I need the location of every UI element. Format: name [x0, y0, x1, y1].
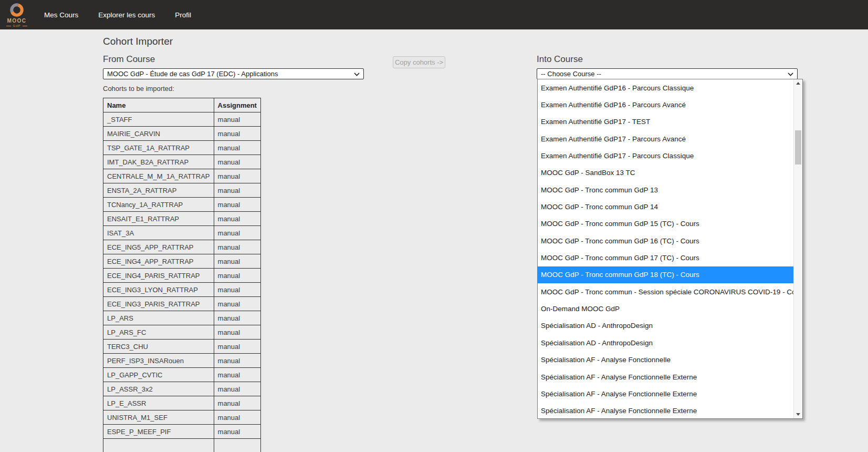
course-option[interactable]: MOOC GdP - SandBox 13 TC — [538, 165, 793, 181]
into-course-selected-value: -- Choose Course -- — [541, 70, 786, 78]
table-row: IMT_DAK_B2A_RATTRAP manual — [103, 155, 261, 169]
course-option[interactable]: MOOC GdP - Tronc commun GdP 16 (TC) - Co… — [538, 232, 793, 249]
course-option[interactable]: Spécialisation AF - Analyse Fonctionnell… — [538, 403, 793, 418]
course-option[interactable]: Examen Authentifié GdP17 - Parcours Avan… — [538, 130, 793, 147]
cohort-assignment-cell: manual — [214, 269, 260, 283]
cohort-name-cell: LP_ARS — [103, 311, 214, 325]
table-row: ESPE_P_MEEF_PIF manual — [103, 425, 261, 439]
cohort-assignment-cell: manual — [214, 254, 260, 269]
chevron-down-icon — [354, 70, 360, 78]
course-option[interactable]: MOOC GdP - Tronc commun GdP 15 (TC) - Co… — [538, 215, 793, 232]
dropdown-scrollbar[interactable] — [793, 79, 802, 418]
course-option[interactable]: Spécialisation AD - AnthropoDesign — [538, 334, 793, 351]
cohorts-to-import-label: Cohorts to be imported: — [103, 85, 174, 93]
brand: MOOC GdP — [0, 0, 34, 29]
cohort-name-cell: TERC3_CHU — [103, 340, 214, 354]
cohorts-table: Name Assignment _STAFF manual MAIRIE_CAR… — [103, 98, 261, 452]
cohort-assignment-cell: manual — [214, 141, 260, 155]
cohort-name-cell: ECE_ING4_PARIS_RATTRAP — [103, 269, 214, 283]
table-row: ECE_ING4_PARIS_RATTRAP manual — [103, 269, 261, 283]
cohort-assignment-cell: manual — [214, 155, 260, 169]
table-row: LP_GAPP_CVTIC manual — [103, 368, 261, 382]
cohort-assignment-cell: manual — [214, 127, 260, 141]
course-dropdown-list: Examen Authentifié GdP16 - Parcours Clas… — [537, 79, 803, 419]
cohort-name-cell: ECE_ING3_LYON_RATTRAP — [103, 283, 214, 297]
table-row: ENSTA_2A_RATTRAP manual — [103, 183, 261, 198]
table-row: TERC3_CHU manual — [103, 340, 261, 354]
course-option[interactable]: Spécialisation AF - Analyse Fonctionnell… — [538, 352, 793, 368]
table-row: LP_ARS manual — [103, 311, 261, 325]
table-row: ECE_ING3_LYON_RATTRAP manual — [103, 283, 261, 297]
from-course-heading: From Course — [103, 54, 155, 65]
scroll-up-icon[interactable] — [794, 79, 802, 87]
scroll-thumb[interactable] — [795, 130, 801, 165]
cohort-name-cell: ISAT_3A — [103, 226, 214, 240]
cohort-assignment-cell: manual — [214, 240, 260, 254]
nav-links: Mes Cours Explorer les cours Profil — [44, 11, 191, 19]
course-option[interactable]: MOOC GdP - Tronc commun GdP 14 — [538, 198, 793, 215]
nav-item-explorer-les-cours[interactable]: Explorer les cours — [98, 11, 155, 19]
cohort-assignment-cell: manual — [214, 425, 260, 439]
course-option[interactable]: Examen Authentifié GdP16 - Parcours Clas… — [538, 79, 793, 96]
course-option[interactable]: MOOC GdP - Tronc commun GdP 17 (TC) - Co… — [538, 249, 793, 266]
cohort-name-cell: ENSTA_2A_RATTRAP — [103, 183, 214, 198]
cohort-name-cell: PERF_ISP3_INSARouen — [103, 354, 214, 368]
cohort-name-cell: CENTRALE_M_M_1A_RATTRAP — [103, 169, 214, 183]
cohort-assignment-cell: manual — [214, 183, 260, 198]
from-course-select[interactable]: MOOC GdP - Étude de cas GdP 17 (EDC) - A… — [103, 68, 364, 79]
cohort-assignment-cell: manual — [214, 311, 260, 325]
nav-item-profil[interactable]: Profil — [175, 11, 191, 19]
column-header-assignment: Assignment — [214, 98, 260, 112]
table-row: _STAFF manual — [103, 112, 261, 127]
table-row: PERF_ISP3_INSARouen manual — [103, 354, 261, 368]
course-option[interactable]: MOOC GdP - Tronc commun - Session spécia… — [538, 283, 793, 300]
table-row: LP_ARS_FC manual — [103, 325, 261, 340]
course-option[interactable]: Examen Authentifié GdP17 - Parcours Clas… — [538, 147, 793, 164]
course-option[interactable]: Spécialisation AF - Analyse Fonctionnell… — [538, 385, 793, 402]
chevron-down-icon — [788, 70, 793, 78]
cohort-name-cell: _STAFF — [103, 112, 214, 127]
cohort-assignment-cell: manual — [214, 368, 260, 382]
from-course-selected-value: MOOC GdP - Étude de cas GdP 17 (EDC) - A… — [107, 70, 352, 78]
cohort-name-cell: TCNancy_1A_RATTRAP — [103, 198, 214, 212]
cohort-assignment-cell: manual — [214, 112, 260, 127]
into-course-heading: Into Course — [537, 54, 583, 65]
cohort-assignment-cell: manual — [214, 382, 260, 396]
table-row: ECE_ING3_PARIS_RATTRAP manual — [103, 297, 261, 311]
cohort-assignment-cell: manual — [214, 297, 260, 311]
cohort-assignment-cell: manual — [214, 340, 260, 354]
cohort-assignment-cell: manual — [214, 212, 260, 226]
cohort-assignment-cell: manual — [214, 283, 260, 297]
cohort-name-cell: ECE_ING5_APP_RATTRAP — [103, 240, 214, 254]
cohort-name-cell: LP_GAPP_CVTIC — [103, 368, 214, 382]
cohort-name-cell: LP_ASSR_3x2 — [103, 382, 214, 396]
cohort-name-cell: ECE_ING4_APP_RATTRAP — [103, 254, 214, 269]
table-row-partial — [103, 439, 261, 452]
course-option[interactable]: Spécialisation AF - Analyse Fonctionnell… — [538, 368, 793, 385]
brand-subtitle: GdP — [6, 24, 27, 27]
course-option[interactable]: MOOC GdP - Tronc commun GdP 18 (TC) - Co… — [538, 266, 793, 283]
copy-cohorts-button[interactable]: Copy cohorts -> — [393, 56, 445, 68]
course-option[interactable]: Spécialisation AD - AnthropoDesign — [538, 317, 793, 334]
table-row: TSP_GATE_1A_RATTRAP manual — [103, 141, 261, 155]
cohort-assignment-cell: manual — [214, 226, 260, 240]
cohort-name-cell: TSP_GATE_1A_RATTRAP — [103, 141, 214, 155]
table-header-row: Name Assignment — [103, 98, 261, 112]
course-option[interactable]: Examen Authentifié GdP17 - TEST — [538, 114, 793, 130]
table-row: MAIRIE_CARVIN manual — [103, 127, 261, 141]
top-navbar: MOOC GdP Mes Cours Explorer les cours Pr… — [0, 0, 868, 29]
nav-item-mes-cours[interactable]: Mes Cours — [44, 11, 78, 19]
column-header-name: Name — [103, 98, 214, 112]
cohort-name-cell: LP_ARS_FC — [103, 325, 214, 340]
cohort-name-cell: ECE_ING3_PARIS_RATTRAP — [103, 297, 214, 311]
table-row: LP_E_ASSR manual — [103, 396, 261, 410]
course-options: Examen Authentifié GdP16 - Parcours Clas… — [538, 79, 793, 418]
scroll-down-icon[interactable] — [794, 410, 802, 418]
cohort-name-cell: UNISTRA_M1_SEF — [103, 410, 214, 425]
course-option[interactable]: Examen Authentifié GdP16 - Parcours Avan… — [538, 96, 793, 113]
course-option[interactable]: MOOC GdP - Tronc commun GdP 13 — [538, 181, 793, 198]
cohort-name-cell: ESPE_P_MEEF_PIF — [103, 425, 214, 439]
course-option[interactable]: On-Demand MOOC GdP — [538, 300, 793, 317]
table-row: UNISTRA_M1_SEF manual — [103, 410, 261, 425]
into-course-select[interactable]: -- Choose Course -- — [537, 68, 798, 79]
